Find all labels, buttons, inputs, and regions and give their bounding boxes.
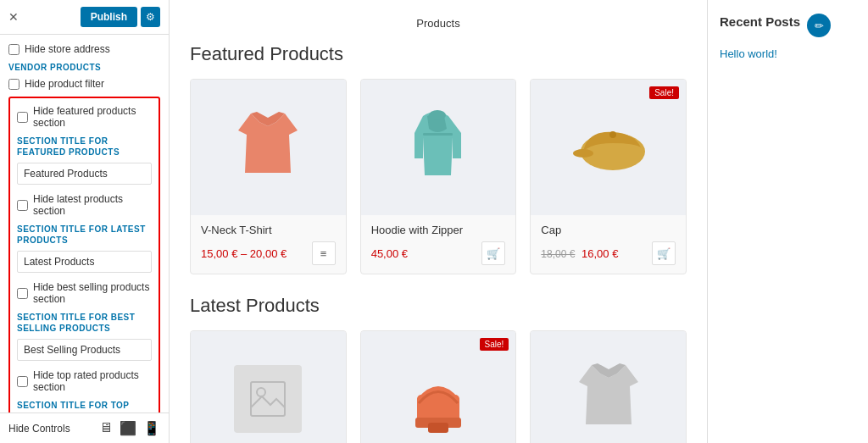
add-to-cart-button[interactable]: 🛒 bbox=[652, 241, 676, 265]
hide-store-address-row: Hide store address bbox=[8, 43, 160, 55]
tshirt-orange-image bbox=[230, 105, 306, 190]
publish-button[interactable]: Publish bbox=[81, 7, 137, 27]
latest-title-input[interactable] bbox=[17, 251, 152, 273]
recent-posts-title: Recent Posts bbox=[720, 14, 800, 29]
product-price-row: 15,00 € – 20,00 € ≡ bbox=[201, 241, 336, 265]
hide-toprated-checkbox[interactable] bbox=[17, 376, 28, 387]
vendor-products-label: VENDOR PRODUCTS bbox=[8, 62, 160, 73]
product-name: V-Neck T-Shirt bbox=[201, 224, 336, 236]
hide-controls-label: Hide Controls bbox=[8, 423, 70, 435]
close-button[interactable]: ✕ bbox=[8, 10, 19, 24]
product-price: 16,00 € bbox=[581, 247, 618, 260]
hide-toprated-label: Hide top rated products section bbox=[33, 369, 152, 393]
product-old-price: 18,00 € bbox=[541, 248, 575, 260]
recent-post-item[interactable]: Hello world! bbox=[720, 47, 856, 60]
right-sidebar: Recent Posts ✏ Hello world! bbox=[707, 0, 868, 443]
price-container: 18,00 € 16,00 € bbox=[541, 247, 618, 260]
product-card: V-Neck T-Shirt 15,00 € – 20,00 € ≡ bbox=[190, 79, 347, 274]
product-image: Sale! bbox=[531, 80, 686, 215]
product-name: Cap bbox=[541, 224, 676, 236]
product-image bbox=[361, 80, 516, 215]
hide-product-filter-checkbox[interactable] bbox=[8, 79, 19, 90]
add-to-cart-button[interactable]: 🛒 bbox=[481, 241, 505, 265]
svg-point-7 bbox=[573, 149, 593, 158]
svg-rect-5 bbox=[453, 133, 461, 158]
hide-product-filter-row: Hide product filter bbox=[8, 78, 160, 90]
sidebar-footer: Hide Controls 🖥 ⬛ 📱 bbox=[0, 413, 169, 443]
featured-section-title: Featured Products bbox=[190, 43, 687, 65]
red-border-section: Hide featured products section SECTION T… bbox=[8, 97, 160, 413]
sidebar-header: ✕ Publish ⚙ bbox=[0, 0, 169, 35]
desktop-icon[interactable]: 🖥 bbox=[99, 420, 113, 436]
sidebar-content: Hide store address VENDOR PRODUCTS Hide … bbox=[0, 35, 169, 413]
placeholder-image bbox=[234, 365, 302, 433]
svg-rect-3 bbox=[423, 133, 453, 136]
products-header: Products bbox=[190, 17, 687, 30]
product-info: Cap 18,00 € 16,00 € 🛒 bbox=[531, 215, 686, 274]
gray-shirt-image bbox=[570, 357, 647, 441]
hide-bestselling-checkbox[interactable] bbox=[17, 288, 28, 299]
svg-point-10 bbox=[257, 388, 265, 396]
svg-rect-13 bbox=[428, 423, 448, 433]
product-info: V-Neck T-Shirt 15,00 € – 20,00 € ≡ bbox=[191, 215, 346, 274]
product-card: Sale! bbox=[360, 330, 517, 443]
latest-section-title: Latest Products bbox=[190, 295, 687, 317]
hoodie-teal-image bbox=[398, 103, 478, 192]
product-price: 45,00 € bbox=[371, 247, 408, 260]
sale-badge: Sale! bbox=[480, 338, 509, 351]
product-image: Sale! bbox=[361, 331, 516, 443]
svg-rect-4 bbox=[415, 133, 423, 158]
hide-toprated-row: Hide top rated products section bbox=[17, 369, 152, 393]
hide-latest-checkbox[interactable] bbox=[17, 200, 28, 211]
product-price-row: 45,00 € 🛒 bbox=[371, 241, 506, 265]
hide-store-address-label: Hide store address bbox=[25, 43, 110, 55]
gear-button[interactable]: ⚙ bbox=[141, 7, 160, 27]
edit-button[interactable]: ✏ bbox=[807, 14, 831, 37]
product-price-row: 18,00 € 16,00 € 🛒 bbox=[541, 241, 676, 265]
hide-bestselling-label: Hide best selling products section bbox=[33, 281, 152, 305]
svg-point-2 bbox=[429, 110, 446, 120]
product-card: Sale! Cap 18,00 € 16,00 € 🛒 bbox=[530, 79, 687, 274]
product-name: Hoodie with Zipper bbox=[371, 224, 506, 236]
latest-products-grid: Sale! bbox=[190, 330, 687, 443]
product-card bbox=[190, 330, 347, 443]
publish-area: Publish ⚙ bbox=[81, 7, 160, 27]
svg-rect-9 bbox=[251, 382, 285, 416]
left-sidebar: ✕ Publish ⚙ Hide store address VENDOR PR… bbox=[0, 0, 170, 443]
hide-store-address-checkbox[interactable] bbox=[8, 44, 19, 55]
hide-featured-checkbox[interactable] bbox=[17, 112, 28, 123]
product-image bbox=[191, 331, 346, 443]
recent-posts-header: Recent Posts ✏ bbox=[720, 14, 856, 37]
product-card: Hoodie with Zipper 45,00 € 🛒 bbox=[360, 79, 517, 274]
svg-point-8 bbox=[609, 131, 616, 138]
cap-yellow-image bbox=[566, 114, 651, 181]
product-card bbox=[530, 330, 687, 443]
latest-title-label: SECTION TITLE FOR LATEST PRODUCTS bbox=[17, 224, 152, 246]
featured-title-label: SECTION TITLE FOR FEATURED PRODUCTS bbox=[17, 136, 152, 158]
hide-latest-row: Hide latest products section bbox=[17, 193, 152, 217]
mobile-icon[interactable]: 📱 bbox=[143, 420, 160, 436]
featured-products-grid: V-Neck T-Shirt 15,00 € – 20,00 € ≡ bbox=[190, 79, 687, 274]
product-image bbox=[191, 80, 346, 215]
bestselling-title-label: SECTION TITLE FOR BEST SELLING PRODUCTS bbox=[17, 312, 152, 334]
product-image bbox=[531, 331, 686, 443]
placeholder-icon bbox=[247, 378, 289, 420]
product-info: Hoodie with Zipper 45,00 € 🛒 bbox=[361, 215, 516, 274]
hide-bestselling-row: Hide best selling products section bbox=[17, 281, 152, 305]
product-more-button[interactable]: ≡ bbox=[312, 241, 336, 265]
main-content: Products Featured Products V-Neck T-Shir… bbox=[170, 0, 707, 443]
hide-product-filter-label: Hide product filter bbox=[25, 78, 104, 90]
hide-featured-label: Hide featured products section bbox=[33, 105, 152, 129]
sale-badge: Sale! bbox=[649, 86, 679, 99]
hide-latest-label: Hide latest products section bbox=[33, 193, 152, 217]
product-price: 15,00 € – 20,00 € bbox=[201, 247, 287, 260]
hide-featured-row: Hide featured products section bbox=[17, 105, 152, 129]
bestselling-title-input[interactable] bbox=[17, 339, 152, 361]
toprated-title-label: SECTION TITLE FOR TOP RATED PRODUCTS bbox=[17, 400, 152, 413]
footer-icons: 🖥 ⬛ 📱 bbox=[99, 420, 160, 436]
featured-title-input[interactable] bbox=[17, 163, 152, 185]
tablet-icon[interactable]: ⬛ bbox=[120, 420, 136, 436]
beanie-orange-image bbox=[400, 357, 476, 441]
